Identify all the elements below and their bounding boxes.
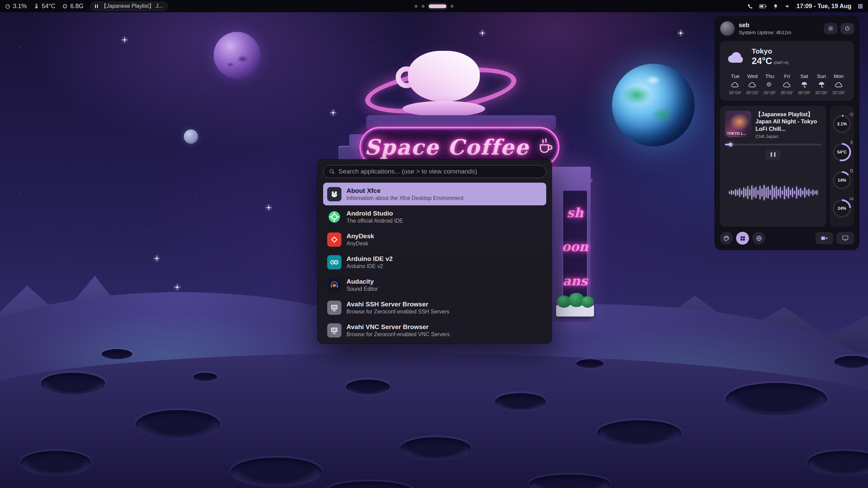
- settings-button[interactable]: [824, 23, 837, 34]
- window-neon-text: sh: [567, 205, 583, 220]
- workspace-dot[interactable]: [422, 5, 425, 8]
- memory-indicator[interactable]: 6.8G: [62, 3, 83, 10]
- star-sparkle: [332, 112, 334, 114]
- phone-icon[interactable]: [747, 3, 753, 9]
- avahi-vnc-icon: [327, 323, 341, 338]
- username: seb: [739, 22, 791, 29]
- app-description: Information about the Xfce Desktop Envir…: [347, 195, 463, 201]
- app-row-arduino-ide[interactable]: Arduino IDE v2 Arduino IDE v2: [323, 251, 546, 273]
- battery-icon[interactable]: [759, 4, 767, 9]
- track-subtitle: Chill Japan.: [755, 134, 821, 139]
- app-row-audacity[interactable]: Audacity Sound Editor: [323, 273, 546, 296]
- cpu-indicator[interactable]: 3.1%: [5, 3, 27, 10]
- apps-button[interactable]: [736, 232, 749, 245]
- weather-timezone: (GMT+9): [773, 61, 788, 65]
- moon-foreground: [0, 353, 868, 488]
- seek-bar-fill: [725, 144, 731, 145]
- app-description: Arduino IDE v2: [347, 263, 393, 269]
- cloud-icon: [748, 81, 757, 88]
- pause-button[interactable]: [766, 149, 781, 160]
- gauge-icon: [849, 112, 854, 118]
- app-title: Avahi VNC Server Browser: [347, 323, 450, 331]
- app-row-anydesk[interactable]: AnyDesk AnyDesk: [323, 228, 546, 251]
- window-neon-text: oon: [562, 239, 588, 254]
- app-row-avahi-ssh[interactable]: Avahi SSH Server Browser Browse for Zero…: [323, 296, 546, 319]
- side-panel: seb System Uptime: 4h11m Tokyo 24°C(GMT+…: [714, 16, 860, 250]
- app-description: Browse for Zeroconf-enabled SSH Servers: [347, 309, 449, 315]
- screen-record-button[interactable]: [815, 232, 833, 244]
- cup-body: [408, 51, 480, 102]
- crater: [20, 451, 92, 475]
- app-grid-icon[interactable]: [857, 3, 863, 9]
- quick-actions-row: [720, 232, 854, 245]
- seek-bar[interactable]: [725, 144, 821, 145]
- crater: [41, 373, 105, 394]
- partly-sunny-icon: [765, 81, 774, 88]
- audacity-icon: [327, 278, 341, 292]
- seek-knob[interactable]: [729, 143, 732, 146]
- workspace-dot[interactable]: [415, 5, 418, 8]
- memory-chip-icon: [62, 3, 68, 9]
- weather-card: Tokyo 24°C(GMT+9) Tue 33°/24° Wed 35°/25…: [720, 41, 854, 101]
- app-title: About Xfce: [347, 187, 463, 195]
- window-neon-text: ans: [563, 273, 588, 288]
- display-button[interactable]: [836, 232, 854, 244]
- android-studio-icon: [327, 210, 341, 224]
- crater: [576, 359, 604, 368]
- stat-temperature: 54°C: [833, 143, 851, 161]
- bell-icon[interactable]: [773, 3, 778, 9]
- forecast-day: Wed 35°/25°: [744, 73, 761, 95]
- album-art-label: TOKYO L...: [727, 132, 747, 136]
- forecast-row: Tue 33°/24° Wed 35°/25° Thu 33°/26° Fri: [727, 73, 847, 95]
- temp-indicator[interactable]: 54°C: [34, 3, 55, 10]
- cloud-icon: [834, 81, 843, 88]
- pause-icon: [95, 4, 98, 8]
- workspace-active-pill[interactable]: [429, 4, 447, 8]
- app-description: Browse for Zeroconf-enabled VNC Servers: [347, 331, 450, 338]
- app-row-android-studio[interactable]: Android Studio The official Android IDE: [323, 205, 546, 228]
- track-title: 【Japanese Playlist】 Japan All Night - To…: [755, 111, 821, 133]
- forecast-day: Fri 35°/26°: [778, 73, 796, 95]
- stat-disk: 24%: [833, 199, 851, 218]
- globe-icon: [756, 235, 762, 242]
- star-sparkle: [124, 39, 125, 41]
- cloud-icon: [731, 81, 739, 88]
- neon-sign-text: Space Coffee: [364, 135, 529, 160]
- search-input[interactable]: [338, 168, 540, 175]
- album-art: TOKYO L...: [725, 111, 751, 137]
- top-bar: 3.1% 54°C 6.8G 【Japanese Playlist】 J...: [0, 0, 868, 12]
- stat-memory: 14%: [833, 171, 851, 189]
- weather-city: Tokyo: [752, 47, 789, 55]
- thermometer-icon: [849, 140, 854, 146]
- disk-icon: [849, 196, 854, 202]
- search-box[interactable]: [323, 165, 546, 178]
- palette-icon: [723, 235, 730, 242]
- memory-value: 6.8G: [70, 3, 83, 10]
- app-grid-icon: [740, 236, 746, 241]
- workspace-dot[interactable]: [451, 5, 454, 8]
- rain-umbrella-icon: [800, 81, 809, 88]
- gear-icon: [828, 25, 834, 32]
- clock[interactable]: 17:09 - Tue, 19 Aug: [796, 3, 851, 10]
- network-button[interactable]: [752, 232, 765, 245]
- app-row-about-xfce[interactable]: About Xfce Information about the Xfce De…: [323, 183, 546, 205]
- app-title: Audacity: [347, 278, 378, 285]
- power-button[interactable]: [841, 23, 854, 34]
- now-playing-chip[interactable]: 【Japanese Playlist】 J...: [90, 2, 167, 11]
- app-row-avahi-vnc[interactable]: Avahi VNC Server Browser Browse for Zero…: [323, 319, 546, 342]
- crater: [834, 356, 868, 368]
- app-title: AnyDesk: [347, 232, 374, 240]
- system-stats-column: 3.1% 54°C 14% 24%: [830, 106, 854, 227]
- app-list: About Xfce Information about the Xfce De…: [323, 183, 546, 342]
- star-sparkle: [156, 258, 158, 259]
- app-title: Android Studio: [347, 210, 403, 217]
- stat-cpu: 3.1%: [833, 115, 851, 133]
- crater: [400, 437, 471, 460]
- floating-coffee-cup: [364, 50, 517, 121]
- volume-icon[interactable]: [785, 3, 790, 9]
- app-title: Arduino IDE v2: [347, 255, 393, 263]
- earth-planet: [612, 64, 695, 146]
- palette-button[interactable]: [720, 232, 733, 245]
- workspace-switcher: [415, 0, 454, 12]
- temp-value: 54°C: [42, 3, 55, 10]
